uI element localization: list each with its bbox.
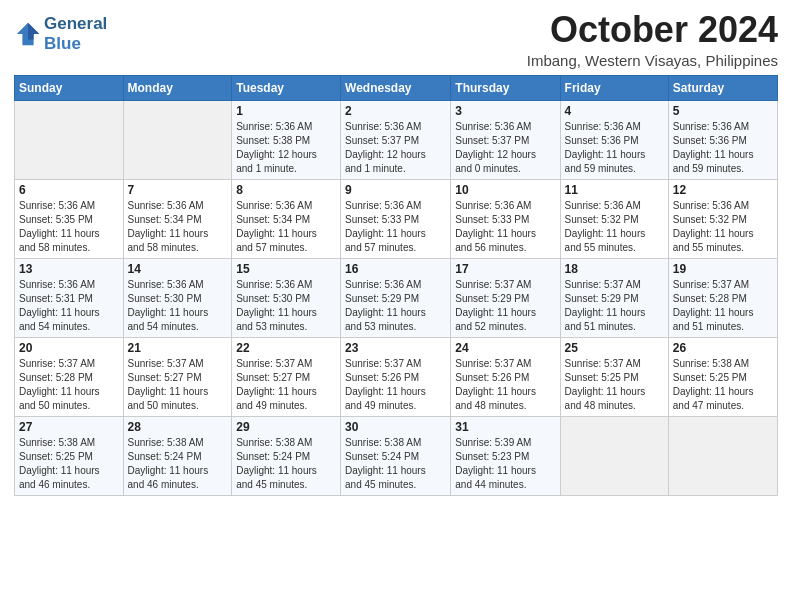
header: General Blue October 2024 Imbang, Wester…: [14, 10, 778, 69]
calendar-cell: 25Sunrise: 5:37 AM Sunset: 5:25 PM Dayli…: [560, 337, 668, 416]
day-info: Sunrise: 5:37 AM Sunset: 5:25 PM Dayligh…: [565, 357, 664, 413]
calendar-cell: [560, 416, 668, 495]
day-info: Sunrise: 5:36 AM Sunset: 5:37 PM Dayligh…: [345, 120, 446, 176]
day-info: Sunrise: 5:37 AM Sunset: 5:26 PM Dayligh…: [345, 357, 446, 413]
weekday-header-saturday: Saturday: [668, 75, 777, 100]
calendar-cell: 19Sunrise: 5:37 AM Sunset: 5:28 PM Dayli…: [668, 258, 777, 337]
calendar-cell: 10Sunrise: 5:36 AM Sunset: 5:33 PM Dayli…: [451, 179, 560, 258]
calendar-cell: 16Sunrise: 5:36 AM Sunset: 5:29 PM Dayli…: [341, 258, 451, 337]
day-number: 24: [455, 341, 555, 355]
day-info: Sunrise: 5:38 AM Sunset: 5:24 PM Dayligh…: [345, 436, 446, 492]
day-info: Sunrise: 5:38 AM Sunset: 5:24 PM Dayligh…: [128, 436, 228, 492]
day-number: 30: [345, 420, 446, 434]
calendar-cell: 24Sunrise: 5:37 AM Sunset: 5:26 PM Dayli…: [451, 337, 560, 416]
day-number: 17: [455, 262, 555, 276]
day-info: Sunrise: 5:38 AM Sunset: 5:24 PM Dayligh…: [236, 436, 336, 492]
calendar-header: SundayMondayTuesdayWednesdayThursdayFrid…: [15, 75, 778, 100]
day-number: 19: [673, 262, 773, 276]
day-number: 12: [673, 183, 773, 197]
calendar-body: 1Sunrise: 5:36 AM Sunset: 5:38 PM Daylig…: [15, 100, 778, 495]
day-info: Sunrise: 5:37 AM Sunset: 5:27 PM Dayligh…: [128, 357, 228, 413]
day-info: Sunrise: 5:36 AM Sunset: 5:32 PM Dayligh…: [565, 199, 664, 255]
calendar-cell: 8Sunrise: 5:36 AM Sunset: 5:34 PM Daylig…: [232, 179, 341, 258]
day-number: 23: [345, 341, 446, 355]
weekday-header-friday: Friday: [560, 75, 668, 100]
day-number: 22: [236, 341, 336, 355]
calendar-cell: 23Sunrise: 5:37 AM Sunset: 5:26 PM Dayli…: [341, 337, 451, 416]
day-number: 2: [345, 104, 446, 118]
weekday-header-tuesday: Tuesday: [232, 75, 341, 100]
calendar-cell: 9Sunrise: 5:36 AM Sunset: 5:33 PM Daylig…: [341, 179, 451, 258]
day-number: 9: [345, 183, 446, 197]
day-number: 7: [128, 183, 228, 197]
calendar-week-4: 27Sunrise: 5:38 AM Sunset: 5:25 PM Dayli…: [15, 416, 778, 495]
calendar-week-3: 20Sunrise: 5:37 AM Sunset: 5:28 PM Dayli…: [15, 337, 778, 416]
calendar-cell: 2Sunrise: 5:36 AM Sunset: 5:37 PM Daylig…: [341, 100, 451, 179]
calendar-cell: 12Sunrise: 5:36 AM Sunset: 5:32 PM Dayli…: [668, 179, 777, 258]
day-number: 1: [236, 104, 336, 118]
logo-icon: [14, 20, 42, 48]
logo: General Blue: [14, 14, 107, 53]
day-info: Sunrise: 5:36 AM Sunset: 5:30 PM Dayligh…: [236, 278, 336, 334]
day-number: 15: [236, 262, 336, 276]
day-number: 8: [236, 183, 336, 197]
calendar-week-1: 6Sunrise: 5:36 AM Sunset: 5:35 PM Daylig…: [15, 179, 778, 258]
day-info: Sunrise: 5:37 AM Sunset: 5:28 PM Dayligh…: [19, 357, 119, 413]
calendar-cell: 21Sunrise: 5:37 AM Sunset: 5:27 PM Dayli…: [123, 337, 232, 416]
calendar-cell: 11Sunrise: 5:36 AM Sunset: 5:32 PM Dayli…: [560, 179, 668, 258]
day-info: Sunrise: 5:36 AM Sunset: 5:33 PM Dayligh…: [345, 199, 446, 255]
calendar-cell: 31Sunrise: 5:39 AM Sunset: 5:23 PM Dayli…: [451, 416, 560, 495]
logo-text: General Blue: [44, 14, 107, 53]
calendar-cell: [123, 100, 232, 179]
day-number: 27: [19, 420, 119, 434]
day-info: Sunrise: 5:36 AM Sunset: 5:34 PM Dayligh…: [236, 199, 336, 255]
day-info: Sunrise: 5:39 AM Sunset: 5:23 PM Dayligh…: [455, 436, 555, 492]
logo-blue: Blue: [44, 34, 81, 53]
day-number: 18: [565, 262, 664, 276]
day-number: 26: [673, 341, 773, 355]
calendar-cell: 20Sunrise: 5:37 AM Sunset: 5:28 PM Dayli…: [15, 337, 124, 416]
calendar-cell: 4Sunrise: 5:36 AM Sunset: 5:36 PM Daylig…: [560, 100, 668, 179]
day-number: 10: [455, 183, 555, 197]
calendar-cell: 15Sunrise: 5:36 AM Sunset: 5:30 PM Dayli…: [232, 258, 341, 337]
calendar-cell: 3Sunrise: 5:36 AM Sunset: 5:37 PM Daylig…: [451, 100, 560, 179]
day-info: Sunrise: 5:37 AM Sunset: 5:29 PM Dayligh…: [565, 278, 664, 334]
day-info: Sunrise: 5:36 AM Sunset: 5:29 PM Dayligh…: [345, 278, 446, 334]
day-number: 3: [455, 104, 555, 118]
day-number: 14: [128, 262, 228, 276]
calendar-cell: 14Sunrise: 5:36 AM Sunset: 5:30 PM Dayli…: [123, 258, 232, 337]
calendar-cell: 27Sunrise: 5:38 AM Sunset: 5:25 PM Dayli…: [15, 416, 124, 495]
day-info: Sunrise: 5:38 AM Sunset: 5:25 PM Dayligh…: [19, 436, 119, 492]
day-number: 21: [128, 341, 228, 355]
calendar-week-0: 1Sunrise: 5:36 AM Sunset: 5:38 PM Daylig…: [15, 100, 778, 179]
day-info: Sunrise: 5:37 AM Sunset: 5:28 PM Dayligh…: [673, 278, 773, 334]
page-container: General Blue October 2024 Imbang, Wester…: [0, 0, 792, 504]
day-number: 28: [128, 420, 228, 434]
weekday-header-monday: Monday: [123, 75, 232, 100]
day-number: 11: [565, 183, 664, 197]
day-info: Sunrise: 5:36 AM Sunset: 5:32 PM Dayligh…: [673, 199, 773, 255]
day-number: 16: [345, 262, 446, 276]
location-subtitle: Imbang, Western Visayas, Philippines: [527, 52, 778, 69]
logo-general: General: [44, 14, 107, 33]
weekday-header-row: SundayMondayTuesdayWednesdayThursdayFrid…: [15, 75, 778, 100]
day-info: Sunrise: 5:36 AM Sunset: 5:30 PM Dayligh…: [128, 278, 228, 334]
calendar-table: SundayMondayTuesdayWednesdayThursdayFrid…: [14, 75, 778, 496]
calendar-cell: 29Sunrise: 5:38 AM Sunset: 5:24 PM Dayli…: [232, 416, 341, 495]
calendar-cell: [668, 416, 777, 495]
calendar-cell: 28Sunrise: 5:38 AM Sunset: 5:24 PM Dayli…: [123, 416, 232, 495]
day-info: Sunrise: 5:36 AM Sunset: 5:36 PM Dayligh…: [673, 120, 773, 176]
svg-marker-1: [28, 22, 39, 39]
day-info: Sunrise: 5:36 AM Sunset: 5:36 PM Dayligh…: [565, 120, 664, 176]
day-number: 25: [565, 341, 664, 355]
weekday-header-sunday: Sunday: [15, 75, 124, 100]
day-info: Sunrise: 5:36 AM Sunset: 5:31 PM Dayligh…: [19, 278, 119, 334]
calendar-cell: 22Sunrise: 5:37 AM Sunset: 5:27 PM Dayli…: [232, 337, 341, 416]
month-title: October 2024: [527, 10, 778, 50]
day-info: Sunrise: 5:37 AM Sunset: 5:29 PM Dayligh…: [455, 278, 555, 334]
day-info: Sunrise: 5:37 AM Sunset: 5:27 PM Dayligh…: [236, 357, 336, 413]
calendar-cell: 7Sunrise: 5:36 AM Sunset: 5:34 PM Daylig…: [123, 179, 232, 258]
calendar-cell: 30Sunrise: 5:38 AM Sunset: 5:24 PM Dayli…: [341, 416, 451, 495]
day-info: Sunrise: 5:36 AM Sunset: 5:37 PM Dayligh…: [455, 120, 555, 176]
calendar-week-2: 13Sunrise: 5:36 AM Sunset: 5:31 PM Dayli…: [15, 258, 778, 337]
